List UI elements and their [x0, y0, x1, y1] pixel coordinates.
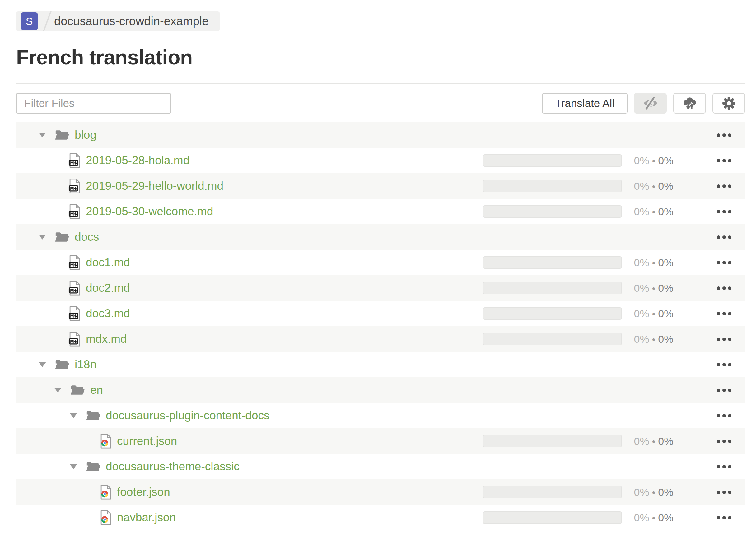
row-label[interactable]: doc3.md	[86, 307, 130, 320]
tree-row[interactable]: footer.json 0%•0%	[16, 479, 745, 505]
row-menu-button[interactable]	[716, 336, 732, 343]
row-menu-button[interactable]	[716, 387, 732, 394]
progress-bar	[483, 511, 622, 524]
stats-separator: •	[649, 181, 658, 192]
filter-files-input[interactable]	[16, 93, 171, 113]
progress-bar	[483, 486, 622, 498]
tree-row[interactable]: en	[16, 377, 745, 403]
sync-files-button[interactable]	[673, 93, 706, 113]
row-label[interactable]: navbar.json	[117, 511, 176, 524]
markdown-file-icon	[69, 281, 80, 296]
row-label[interactable]: 2019-05-30-welcome.md	[86, 205, 213, 218]
approved-percent: 0%	[658, 333, 673, 345]
tree-row[interactable]: docs	[16, 224, 745, 250]
chevron-down-icon[interactable]	[70, 413, 77, 418]
json-file-icon	[99, 434, 111, 449]
ellipsis-icon	[717, 516, 720, 519]
toolbar-actions: Translate All	[542, 93, 745, 113]
ellipsis-icon	[717, 465, 720, 469]
progress-bar	[483, 205, 622, 218]
approved-percent: 0%	[658, 282, 673, 294]
translated-percent: 0%	[634, 180, 649, 192]
progress-stats: 0%•0%	[627, 180, 680, 192]
page-content: S docusaurus-crowdin-example French tran…	[16, 0, 745, 530]
markdown-file-icon	[69, 255, 80, 270]
tree-row[interactable]: 2019-05-28-hola.md 0%•0%	[16, 148, 745, 173]
row-menu-button[interactable]	[716, 438, 732, 445]
row-label[interactable]: doc1.md	[86, 256, 130, 269]
row-name-cell: docs	[16, 230, 716, 243]
row-menu-button[interactable]	[716, 259, 732, 266]
row-menu-button[interactable]	[716, 361, 732, 368]
row-label[interactable]: doc2.md	[86, 282, 130, 295]
row-label[interactable]: docs	[75, 230, 99, 243]
tree-row[interactable]: docusaurus-theme-classic	[16, 454, 745, 479]
breadcrumb[interactable]: S docusaurus-crowdin-example	[16, 11, 220, 31]
row-menu-button[interactable]	[716, 285, 732, 292]
chevron-down-icon[interactable]	[70, 464, 77, 469]
row-menu-button[interactable]	[716, 183, 732, 190]
breadcrumb-project-name[interactable]: docusaurus-crowdin-example	[54, 15, 209, 28]
row-menu-button[interactable]	[716, 412, 732, 419]
progress-stats: 0%•0%	[627, 333, 680, 345]
row-label[interactable]: blog	[75, 128, 96, 142]
folder-open-icon	[86, 461, 100, 472]
row-menu-button[interactable]	[716, 132, 732, 139]
row-label[interactable]: docusaurus-theme-classic	[106, 460, 239, 473]
row-label[interactable]: 2019-05-29-hello-world.md	[86, 180, 224, 193]
row-label[interactable]: en	[90, 383, 103, 397]
row-name-cell: 2019-05-29-hello-world.md	[16, 179, 483, 194]
translated-percent: 0%	[634, 486, 649, 498]
row-menu-button[interactable]	[716, 514, 732, 521]
row-name-cell: blog	[16, 128, 716, 142]
tree-row[interactable]: blog	[16, 122, 745, 148]
row-label[interactable]: footer.json	[117, 485, 170, 499]
row-menu-button[interactable]	[716, 463, 732, 470]
tree-row[interactable]: current.json 0%•0%	[16, 428, 745, 454]
row-menu-button[interactable]	[716, 208, 732, 215]
settings-button[interactable]	[712, 93, 745, 113]
chevron-down-icon[interactable]	[39, 362, 46, 367]
stats-separator: •	[649, 487, 658, 498]
ellipsis-icon	[717, 414, 720, 417]
progress-stats: 0%•0%	[627, 257, 680, 269]
translated-percent: 0%	[634, 205, 649, 217]
markdown-file-icon	[69, 153, 80, 168]
tree-row[interactable]: docusaurus-plugin-content-docs	[16, 403, 745, 428]
tree-row[interactable]: doc1.md 0%•0%	[16, 250, 745, 275]
row-name-cell: i18n	[16, 358, 716, 371]
tree-row[interactable]: i18n	[16, 352, 745, 377]
row-menu-button[interactable]	[716, 157, 732, 164]
tree-row[interactable]: doc2.md 0%•0%	[16, 275, 745, 301]
approved-percent: 0%	[658, 512, 673, 523]
row-label[interactable]: 2019-05-28-hola.md	[86, 154, 190, 167]
tree-row[interactable]: doc3.md 0%•0%	[16, 301, 745, 326]
approved-percent: 0%	[658, 486, 673, 498]
chevron-down-icon[interactable]	[54, 388, 62, 393]
tree-row[interactable]: 2019-05-29-hello-world.md 0%•0%	[16, 173, 745, 199]
ellipsis-icon	[717, 388, 720, 392]
row-menu-button[interactable]	[716, 310, 732, 317]
row-label[interactable]: docusaurus-plugin-content-docs	[106, 409, 270, 422]
row-label[interactable]: mdx.md	[86, 333, 127, 345]
row-menu-button[interactable]	[716, 234, 732, 241]
stats-separator: •	[649, 156, 658, 166]
translate-all-button[interactable]: Translate All	[542, 93, 628, 113]
approved-percent: 0%	[658, 308, 673, 320]
tree-row[interactable]: 2019-05-30-welcome.md 0%•0%	[16, 199, 745, 224]
hide-translated-button[interactable]	[634, 93, 667, 113]
translated-percent: 0%	[634, 308, 649, 320]
row-label[interactable]: i18n	[75, 358, 96, 371]
translated-percent: 0%	[634, 435, 649, 447]
cloud-sync-icon	[682, 96, 697, 110]
chevron-down-icon[interactable]	[39, 234, 46, 239]
tree-row[interactable]: navbar.json 0%•0%	[16, 505, 745, 530]
row-label[interactable]: current.json	[117, 435, 177, 448]
stats-separator: •	[649, 258, 658, 268]
tree-row[interactable]: mdx.md 0%•0%	[16, 326, 745, 352]
chevron-down-icon[interactable]	[39, 133, 46, 137]
project-avatar[interactable]: S	[21, 12, 38, 30]
row-menu-button[interactable]	[716, 489, 732, 496]
progress-stats: 0%•0%	[627, 155, 680, 167]
page-title: French translation	[16, 46, 745, 69]
